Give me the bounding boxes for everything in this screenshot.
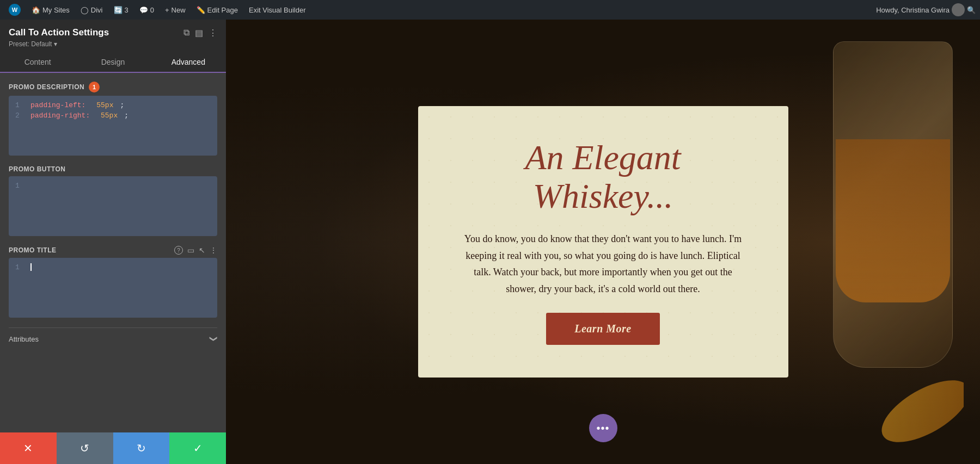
promo-title-icons: ? ▭ ↖ ⋮ xyxy=(174,246,217,255)
mobile-view-icon[interactable]: ▭ xyxy=(187,246,194,255)
exit-builder-label: Exit Visual Builder xyxy=(249,6,306,14)
cursor-icon[interactable]: ↖ xyxy=(199,246,205,255)
promo-btn-line-num: 1 xyxy=(15,182,24,190)
tab-advanced-label: Advanced xyxy=(171,58,205,66)
cancel-icon: ✕ xyxy=(23,442,33,455)
comments-icon: 🔄 xyxy=(114,6,122,14)
exit-builder-button[interactable]: Exit Visual Builder xyxy=(244,0,310,20)
wp-logo-button[interactable]: W xyxy=(4,0,25,20)
preset-selector[interactable]: Preset: Default ▾ xyxy=(9,40,217,48)
promo-description-label: Promo Description 1 xyxy=(9,82,217,92)
new-button[interactable]: + New xyxy=(161,0,190,20)
comments-count: 3 xyxy=(125,6,128,14)
tab-content[interactable]: Content xyxy=(0,52,75,73)
tab-design[interactable]: Design xyxy=(75,52,150,73)
admin-bar: W 🏠 My Sites ◯ Divi 🔄 3 💬 0 + New ✏️ Edi… xyxy=(0,0,980,20)
divi-button[interactable]: ◯ Divi xyxy=(76,0,107,20)
promo-button-section: Promo Button 1 xyxy=(9,165,217,236)
promo-description-section: Promo Description 1 1 padding-left: 55px… xyxy=(9,82,217,156)
redo-icon: ↻ xyxy=(137,442,146,455)
comments-button[interactable]: 🔄 3 xyxy=(109,0,133,20)
plus-icon: + xyxy=(165,6,169,14)
cta-learn-more-button[interactable]: Learn More xyxy=(546,313,659,345)
undo-button[interactable]: ↺ xyxy=(57,432,113,464)
promo-title-header: Promo Title ? ▭ ↖ ⋮ xyxy=(9,246,217,255)
edit-page-label: Edit Page xyxy=(207,6,238,14)
comment-count-2: 0 xyxy=(150,6,154,14)
code-prop-1: padding-left: xyxy=(30,101,85,109)
more-options-icon[interactable]: ⋮ xyxy=(209,28,217,38)
bottom-bar: ✕ ↺ ↻ ✓ xyxy=(0,432,226,464)
avatar xyxy=(952,3,965,16)
more-title-icon[interactable]: ⋮ xyxy=(210,246,217,255)
pencil-icon: ✏️ xyxy=(197,6,205,14)
redo-button[interactable]: ↻ xyxy=(113,432,170,464)
save-icon: ✓ xyxy=(193,442,203,455)
cta-description: You do know, you do know that they don't… xyxy=(462,231,745,297)
help-icon[interactable]: ? xyxy=(174,246,183,255)
promo-description-editor[interactable]: 1 padding-left: 55px ; 2 padding-right: … xyxy=(9,96,217,156)
restore-icon[interactable]: ⧉ xyxy=(183,28,189,38)
layout-icon[interactable]: ▤ xyxy=(195,28,203,38)
edit-page-button[interactable]: ✏️ Edit Page xyxy=(192,0,242,20)
promo-title-line-1: 1 xyxy=(15,263,211,271)
undo-icon: ↺ xyxy=(80,442,89,455)
promo-title-label: Promo Title xyxy=(9,246,57,254)
divi-label: Divi xyxy=(91,6,103,14)
cta-title: An Elegant Whiskey... xyxy=(456,139,750,215)
new-label: New xyxy=(171,6,186,14)
tab-design-label: Design xyxy=(101,58,125,66)
wp-logo-icon: W xyxy=(9,4,21,16)
tab-content-label: Content xyxy=(24,58,51,66)
my-sites-button[interactable]: 🏠 My Sites xyxy=(27,0,74,20)
promo-button-line-1: 1 xyxy=(15,182,211,190)
tab-advanced[interactable]: Advanced xyxy=(151,52,226,73)
code-line-2: 2 padding-right: 55px ; xyxy=(15,112,211,120)
preset-chevron-icon: ▾ xyxy=(54,40,57,48)
promo-title-line-num: 1 xyxy=(15,263,24,271)
my-sites-icon: 🏠 xyxy=(32,6,40,14)
comment-icon: 💬 xyxy=(139,6,148,14)
cancel-button[interactable]: ✕ xyxy=(0,432,57,464)
attributes-chevron-icon: ❯ xyxy=(210,336,218,342)
promo-title-text: Promo Title xyxy=(9,246,57,254)
promo-description-text: Promo Description xyxy=(9,83,84,91)
save-button[interactable]: ✓ xyxy=(169,432,226,464)
user-greeting: Howdy, Christina Gwira xyxy=(876,6,950,14)
code-val-1: 55px xyxy=(92,101,113,109)
text-cursor xyxy=(30,263,32,271)
search-icon[interactable]: 🔍 xyxy=(967,6,976,14)
my-sites-label: My Sites xyxy=(42,6,70,14)
panel-title-row: Call To Action Settings ⧉ ▤ ⋮ xyxy=(9,27,217,38)
code-prop-2: padding-right: xyxy=(30,112,90,120)
panel-header: Call To Action Settings ⧉ ▤ ⋮ Preset: De… xyxy=(0,20,226,52)
fab-button[interactable]: ••• xyxy=(589,414,617,442)
promo-title-section: Promo Title ? ▭ ↖ ⋮ 1 xyxy=(9,246,217,318)
panel-title-icons: ⧉ ▤ ⋮ xyxy=(183,28,217,38)
code-semi-2: ; xyxy=(124,112,128,120)
code-line-1: 1 padding-left: 55px ; xyxy=(15,101,211,109)
promo-title-editor[interactable]: 1 xyxy=(9,258,217,318)
preset-label: Preset: Default xyxy=(9,40,52,48)
admin-bar-right: Howdy, Christina Gwira 🔍 xyxy=(876,3,976,16)
code-val-2: 55px xyxy=(96,112,118,120)
glass-decoration xyxy=(811,41,964,464)
canvas: An Elegant Whiskey... You do know, you d… xyxy=(226,20,980,464)
comment2-button[interactable]: 💬 0 xyxy=(135,0,158,20)
liquid xyxy=(836,139,950,302)
promo-button-text: Promo Button xyxy=(9,165,65,173)
left-panel: Call To Action Settings ⧉ ▤ ⋮ Preset: De… xyxy=(0,20,226,464)
panel-title: Call To Action Settings xyxy=(9,27,109,38)
promo-description-badge: 1 xyxy=(89,82,100,92)
divi-icon: ◯ xyxy=(81,6,89,14)
fab-icon: ••• xyxy=(596,422,609,435)
tabs-bar: Content Design Advanced xyxy=(0,52,226,73)
attributes-section: Attributes ❯ xyxy=(9,327,217,343)
promo-button-editor[interactable]: 1 xyxy=(9,176,217,236)
panel-content: Promo Description 1 1 padding-left: 55px… xyxy=(0,73,226,432)
attributes-header[interactable]: Attributes ❯ xyxy=(9,335,217,343)
main-layout: Call To Action Settings ⧉ ▤ ⋮ Preset: De… xyxy=(0,20,980,464)
cta-card: An Elegant Whiskey... You do know, you d… xyxy=(418,106,788,377)
line-num-2: 2 xyxy=(15,112,24,120)
code-semi-1: ; xyxy=(120,101,124,109)
